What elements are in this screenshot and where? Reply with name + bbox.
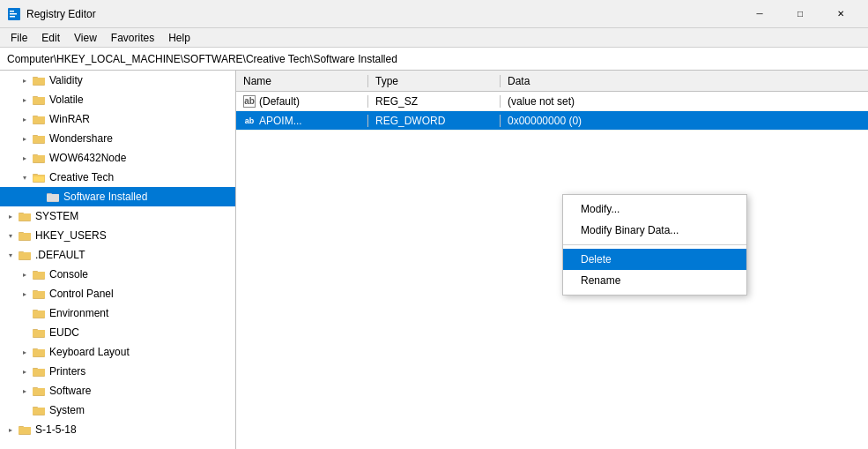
tree-label-default: .DEFAULT xyxy=(35,249,85,261)
address-bar: Computer\HKEY_LOCAL_MACHINE\SOFTWARE\Cre… xyxy=(0,48,868,71)
tree-item-winrar[interactable]: WinRAR xyxy=(0,109,235,129)
expander-volatile[interactable] xyxy=(18,93,32,107)
dword-icon: ab xyxy=(243,115,256,127)
row-data-apoim: 0x00000000 (0) xyxy=(501,115,868,127)
folder-icon xyxy=(32,93,46,107)
menu-favorites[interactable]: Favorites xyxy=(104,30,161,46)
folder-icon xyxy=(18,228,32,243)
tree-item-volatile[interactable]: Volatile xyxy=(0,90,235,109)
row-type-apoim: REG_DWORD xyxy=(368,115,501,127)
row-data-default: (value not set) xyxy=(501,95,868,108)
tree-label-wondershare: Wondershare xyxy=(49,132,113,145)
folder-icon-open xyxy=(32,170,46,184)
menu-view[interactable]: View xyxy=(67,30,104,46)
folder-icon xyxy=(32,112,46,126)
tree-item-console[interactable]: Console xyxy=(0,265,235,284)
expander-s-1-5-18[interactable] xyxy=(4,423,18,437)
tree-item-wondershare[interactable]: Wondershare xyxy=(0,129,235,148)
tree-label-system2: System xyxy=(49,404,85,416)
svg-rect-28 xyxy=(19,213,31,221)
col-header-data: Data xyxy=(501,75,868,87)
tree-item-hkey-users[interactable]: HKEY_USERS xyxy=(0,226,235,245)
expander-default[interactable] xyxy=(4,248,18,262)
folder-icon xyxy=(32,345,46,359)
menu-file[interactable]: File xyxy=(4,30,34,46)
expander-console[interactable] xyxy=(18,267,32,281)
folder-icon xyxy=(18,209,32,223)
tree-panel[interactable]: Validity Volatile WinRAR Wondershare xyxy=(0,71,236,449)
folder-icon xyxy=(32,267,46,281)
tree-item-validity[interactable]: Validity xyxy=(0,71,235,90)
folder-icon xyxy=(32,326,46,340)
svg-rect-61 xyxy=(19,427,31,434)
row-type-default: REG_SZ xyxy=(368,95,501,108)
tree-label-s-1-5-18: S-1-5-18 xyxy=(35,423,77,436)
tree-item-wow6432node[interactable]: WOW6432Node xyxy=(0,148,235,168)
ctx-delete[interactable]: Delete xyxy=(563,249,746,270)
tree-item-s-1-5-18[interactable]: S-1-5-18 xyxy=(0,420,235,439)
col-header-name: Name xyxy=(236,75,368,87)
ab-icon: ab xyxy=(243,95,256,108)
svg-rect-18 xyxy=(33,155,45,162)
folder-icon xyxy=(32,384,46,398)
expander-keyboard-layout[interactable] xyxy=(18,345,32,359)
tree-item-printers[interactable]: Printers xyxy=(0,362,235,381)
svg-rect-34 xyxy=(19,252,31,259)
svg-rect-37 xyxy=(33,272,45,279)
tree-item-software-installed[interactable]: Software Installed xyxy=(0,187,235,206)
svg-rect-22 xyxy=(33,176,44,182)
tree-item-environment[interactable]: Environment xyxy=(0,303,235,323)
maximize-button[interactable]: □ xyxy=(780,0,820,28)
ctx-rename[interactable]: Rename xyxy=(563,270,746,291)
table-row[interactable]: ab (Default) REG_SZ (value not set) xyxy=(236,92,868,111)
tree-item-software[interactable]: Software xyxy=(0,381,235,400)
ctx-separator xyxy=(563,244,746,245)
svg-rect-15 xyxy=(33,136,45,143)
close-button[interactable]: ✕ xyxy=(820,0,861,28)
expander-printers[interactable] xyxy=(18,364,32,378)
expander-hkey-users[interactable] xyxy=(4,228,18,243)
folder-icon xyxy=(32,151,46,165)
svg-rect-6 xyxy=(33,78,45,85)
tree-item-default[interactable]: .DEFAULT xyxy=(0,245,235,265)
tree-label-hkey-users: HKEY_USERS xyxy=(35,229,107,242)
app-icon xyxy=(7,7,21,21)
minimize-button[interactable]: ─ xyxy=(739,0,780,28)
tree-item-keyboard-layout[interactable]: Keyboard Layout xyxy=(0,342,235,362)
svg-rect-12 xyxy=(33,116,45,123)
ctx-modify-binary[interactable]: Modify Binary Data... xyxy=(563,220,746,241)
tree-label-winrar: WinRAR xyxy=(49,113,90,125)
tree-item-creative-tech[interactable]: Creative Tech xyxy=(0,168,235,187)
expander-software[interactable] xyxy=(18,384,32,398)
expander-creative-tech[interactable] xyxy=(18,170,32,184)
folder-icon xyxy=(32,73,46,87)
svg-rect-49 xyxy=(33,349,45,356)
table-body[interactable]: ab (Default) REG_SZ (value not set) ab A… xyxy=(236,92,868,449)
expander-control-panel[interactable] xyxy=(18,287,32,301)
tree-item-system[interactable]: SYSTEM xyxy=(0,206,235,226)
expander-wondershare[interactable] xyxy=(18,131,32,146)
expander-winrar[interactable] xyxy=(18,112,32,126)
tree-item-system2[interactable]: System xyxy=(0,400,235,420)
row-name-default: ab (Default) xyxy=(236,95,368,108)
svg-rect-2 xyxy=(10,13,17,15)
menu-help[interactable]: Help xyxy=(161,30,197,46)
tree-label-creative-tech: Creative Tech xyxy=(49,171,114,183)
tree-item-control-panel[interactable]: Control Panel xyxy=(0,284,235,303)
tree-label-software: Software xyxy=(49,385,91,397)
svg-rect-58 xyxy=(33,408,45,415)
expander-wow6432node[interactable] xyxy=(18,151,32,165)
row-label-default: (Default) xyxy=(259,95,300,108)
tree-label-wow6432node: WOW6432Node xyxy=(49,152,126,164)
tree-label-control-panel: Control Panel xyxy=(49,288,114,300)
expander-validity[interactable] xyxy=(18,73,32,87)
table-row[interactable]: ab APOIM... REG_DWORD 0x00000000 (0) xyxy=(236,111,868,131)
title-bar-text: Registry Editor xyxy=(26,8,739,20)
svg-rect-9 xyxy=(33,97,45,104)
ctx-modify[interactable]: Modify... xyxy=(563,198,746,220)
expander-system[interactable] xyxy=(4,209,18,223)
menu-edit[interactable]: Edit xyxy=(34,30,67,46)
address-bar-path[interactable]: Computer\HKEY_LOCAL_MACHINE\SOFTWARE\Cre… xyxy=(4,53,401,65)
tree-item-eudc[interactable]: EUDC xyxy=(0,323,235,342)
col-header-type: Type xyxy=(368,75,501,87)
